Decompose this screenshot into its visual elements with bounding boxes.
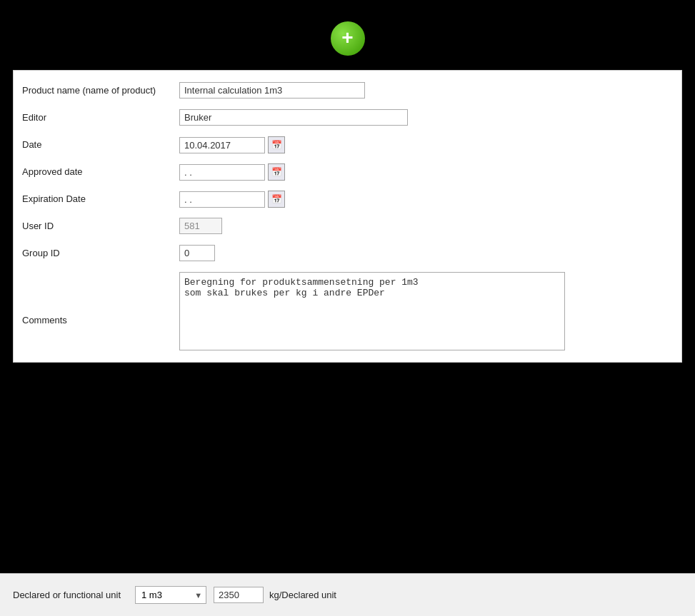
- product-name-control: [179, 82, 673, 99]
- bottom-bar: Declared or functional unit 1 m3 1 kg 1 …: [0, 573, 695, 616]
- approved-date-row: Approved date 📅: [14, 159, 681, 186]
- product-name-row: Product name (name of product): [14, 78, 681, 105]
- groupid-label: Group ID: [22, 245, 179, 258]
- userid-input[interactable]: [179, 218, 222, 234]
- top-icon-area: [0, 0, 695, 70]
- product-name-input[interactable]: [179, 82, 365, 99]
- kg-unit-label: kg/Declared unit: [269, 590, 336, 600]
- add-button[interactable]: [331, 21, 365, 56]
- userid-row: User ID: [14, 213, 681, 241]
- editor-row: Editor: [14, 105, 681, 132]
- comments-control: Beregning for produktsammensetning per 1…: [179, 272, 673, 350]
- product-name-label: Product name (name of product): [22, 82, 179, 96]
- comments-textarea[interactable]: Beregning for produktsammensetning per 1…: [179, 272, 565, 350]
- editor-label: Editor: [22, 109, 179, 123]
- groupid-input[interactable]: [179, 245, 215, 261]
- unit-select-wrapper: 1 m3 1 kg 1 m2 1 piece ▼: [135, 586, 206, 604]
- userid-control: [179, 218, 673, 234]
- date-calendar-icon: 📅: [271, 140, 282, 150]
- expiration-date-label: Expiration Date: [22, 191, 179, 204]
- approved-date-calendar-icon: 📅: [271, 167, 282, 177]
- functional-unit-label: Declared or functional unit: [13, 590, 121, 600]
- editor-input[interactable]: [179, 109, 408, 126]
- expiration-date-calendar-icon: 📅: [271, 194, 282, 204]
- date-row: Date 📅: [14, 132, 681, 159]
- editor-control: [179, 109, 673, 126]
- date-calendar-button[interactable]: 📅: [268, 136, 285, 153]
- userid-label: User ID: [22, 218, 179, 231]
- groupid-row: Group ID: [14, 241, 681, 268]
- unit-select[interactable]: 1 m3 1 kg 1 m2 1 piece: [135, 586, 206, 604]
- approved-date-input[interactable]: [179, 164, 265, 181]
- expiration-date-input[interactable]: [179, 191, 265, 208]
- form-panel: Product name (name of product) Editor Da…: [13, 70, 682, 363]
- groupid-control: [179, 245, 673, 261]
- kg-value-input[interactable]: [214, 587, 264, 603]
- date-control: 📅: [179, 136, 673, 153]
- date-label: Date: [22, 136, 179, 150]
- approved-date-control: 📅: [179, 163, 673, 181]
- approved-date-label: Approved date: [22, 163, 179, 177]
- approved-date-calendar-button[interactable]: 📅: [268, 163, 285, 181]
- expiration-date-calendar-button[interactable]: 📅: [268, 191, 285, 208]
- date-input[interactable]: [179, 137, 265, 153]
- expiration-date-row: Expiration Date 📅: [14, 186, 681, 213]
- comments-label: Comments: [22, 272, 179, 325]
- comments-row: Comments Beregning for produktsammensetn…: [14, 268, 681, 355]
- expiration-date-control: 📅: [179, 191, 673, 208]
